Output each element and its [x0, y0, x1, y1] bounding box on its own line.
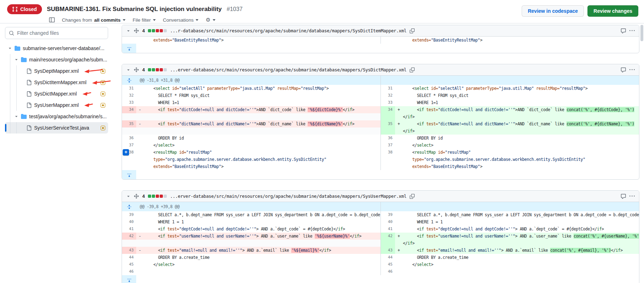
- line-number[interactable]: 46: [122, 268, 136, 275]
- kebab-menu-icon[interactable]: [629, 194, 635, 199]
- line-number[interactable]: [122, 113, 136, 120]
- search-icon: [9, 31, 14, 36]
- line-number[interactable]: 39: [381, 211, 395, 218]
- expand-down-button[interactable]: [122, 275, 136, 283]
- diff-row: 42- <if test="userName!=null and userNam…: [122, 233, 639, 240]
- line-number[interactable]: 37: [122, 142, 136, 149]
- tree-folder-main-resources-org-apache-subm[interactable]: main/resources/org/apache/subm...: [5, 54, 108, 65]
- tree-file-sysdeptmapper-xml[interactable]: SysDeptMapper.xml: [5, 65, 108, 77]
- line-number[interactable]: 43: [381, 247, 395, 254]
- kebab-menu-icon[interactable]: [629, 67, 635, 72]
- line-number[interactable]: 36: [381, 135, 395, 142]
- copy-path-icon[interactable]: [410, 194, 415, 199]
- line-number[interactable]: 42: [122, 233, 136, 240]
- expand-hunk-button[interactable]: [122, 202, 136, 211]
- tree-folder-test-java-org-apache-submarine-s[interactable]: test/java/org/apache/submarine/s...: [5, 111, 108, 122]
- line-number[interactable]: 40: [122, 218, 136, 225]
- kebab-menu-icon[interactable]: [629, 28, 635, 33]
- line-number[interactable]: 46: [381, 268, 395, 275]
- expand-down-button[interactable]: [122, 170, 136, 179]
- vertical-scrollbar[interactable]: [640, 25, 643, 41]
- line-number[interactable]: 34: [122, 106, 136, 113]
- copy-path-icon[interactable]: [410, 28, 415, 33]
- line-number[interactable]: 45: [122, 261, 136, 268]
- line-number[interactable]: 35: [381, 120, 395, 127]
- file-header: 4...erver-database/src/main/resources/or…: [122, 191, 639, 202]
- comment-icon[interactable]: [621, 194, 626, 199]
- filter-changed-files-input[interactable]: [17, 30, 104, 36]
- line-number[interactable]: 32: [122, 92, 136, 99]
- line-number[interactable]: [381, 127, 395, 135]
- line-number[interactable]: [122, 163, 136, 170]
- line-number[interactable]: [122, 37, 136, 44]
- line-number[interactable]: 44: [381, 254, 395, 261]
- comment-icon[interactable]: [621, 67, 626, 73]
- diff-marker: +: [398, 120, 400, 127]
- sidebar-toggle-icon[interactable]: [49, 17, 55, 23]
- diff-settings-dropdown[interactable]: ⚙: [206, 17, 215, 23]
- line-number[interactable]: 44: [122, 254, 136, 261]
- line-number[interactable]: 41: [381, 225, 395, 233]
- line-number[interactable]: 34: [381, 106, 395, 113]
- tree-folder-submarine-server-server-database[interactable]: submarine-server/server-database/...: [5, 43, 108, 54]
- diffstat-blocks: [148, 29, 167, 32]
- line-number[interactable]: 41: [122, 225, 136, 233]
- file-filter-dropdown[interactable]: File filter: [133, 17, 156, 23]
- line-number[interactable]: 42: [381, 233, 395, 240]
- line-number[interactable]: [381, 156, 395, 163]
- line-number[interactable]: 35: [122, 120, 136, 127]
- tree-file-sysusermapper-xml[interactable]: SysUserMapper.xml: [5, 99, 108, 111]
- line-number[interactable]: 43: [122, 247, 136, 254]
- tree-file-sysdictmapper-xml[interactable]: SysDictMapper.xml: [5, 88, 108, 99]
- drag-handle-icon[interactable]: [134, 194, 139, 199]
- line-number[interactable]: [122, 240, 136, 247]
- code-line: WHERE 1 = 1: [395, 218, 639, 225]
- changes-from-dropdown[interactable]: Changes from all commits: [62, 17, 126, 23]
- hunk-header-text: @@ -39,8 +39,8 @@: [136, 202, 380, 211]
- code-line: - <if test="dictCode!=null and dictCode!…: [136, 106, 380, 113]
- conversations-dropdown[interactable]: Conversations: [163, 17, 198, 23]
- line-number[interactable]: 33: [381, 99, 395, 106]
- file-diff-panel: 4...erver-database/src/main/resources/or…: [122, 64, 639, 180]
- line-number[interactable]: 32: [381, 92, 395, 99]
- files-toolbar: Changes from all commits File filter Con…: [49, 17, 644, 23]
- pr-title: SUBMARINE-1361. Fix Submarine SQL inject…: [47, 6, 222, 13]
- file-path[interactable]: ...erver-database/src/main/resources/org…: [170, 67, 406, 72]
- add-comment-plus-button[interactable]: +: [123, 149, 129, 156]
- line-number[interactable]: 36: [122, 135, 136, 142]
- line-number[interactable]: 31: [381, 85, 395, 92]
- code-line: </if>: [395, 113, 639, 120]
- line-number[interactable]: [381, 163, 395, 170]
- collapse-diff-chevron-icon[interactable]: [126, 68, 131, 72]
- line-number[interactable]: [381, 240, 395, 247]
- line-number[interactable]: 37: [381, 142, 395, 149]
- review-changes-button[interactable]: Review changes: [587, 5, 638, 17]
- line-number[interactable]: 45: [381, 261, 395, 268]
- drag-handle-icon[interactable]: [134, 67, 139, 72]
- copy-path-icon[interactable]: [410, 67, 415, 72]
- review-in-codespace-button[interactable]: Review in codespace: [522, 5, 584, 17]
- line-number[interactable]: 40: [381, 218, 395, 225]
- collapse-diff-chevron-icon[interactable]: [126, 29, 131, 33]
- line-number[interactable]: [122, 156, 136, 163]
- file-icon: [26, 69, 32, 74]
- line-number[interactable]: 33: [122, 99, 136, 106]
- collapse-diff-chevron-icon[interactable]: [126, 194, 131, 198]
- drag-handle-icon[interactable]: [134, 28, 139, 33]
- code-line: <select id="selectAll" parameterType="ja…: [395, 85, 639, 92]
- tree-file-sysuserservicetest-java[interactable]: SysUserServiceTest.java: [5, 122, 108, 134]
- line-number[interactable]: 38: [381, 149, 395, 156]
- expand-down-button[interactable]: [122, 44, 136, 53]
- line-number[interactable]: 31: [122, 85, 136, 92]
- file-path[interactable]: ...r-database/src/main/resources/org/apa…: [170, 28, 406, 33]
- line-number[interactable]: [381, 113, 395, 120]
- expand-hunk-button[interactable]: [122, 76, 136, 85]
- line-number[interactable]: [381, 37, 395, 44]
- comment-icon[interactable]: [621, 28, 626, 34]
- code-line: + <if test="email!=null and email!=''"> …: [395, 247, 639, 254]
- line-number[interactable]: [122, 127, 136, 135]
- tree-file-sysdictitemmapper-xml[interactable]: SysDictItemMapper.xml: [5, 77, 108, 88]
- file-path[interactable]: ...erver-database/src/main/resources/org…: [170, 194, 406, 199]
- expand-row: [122, 275, 639, 283]
- line-number[interactable]: 39: [122, 211, 136, 218]
